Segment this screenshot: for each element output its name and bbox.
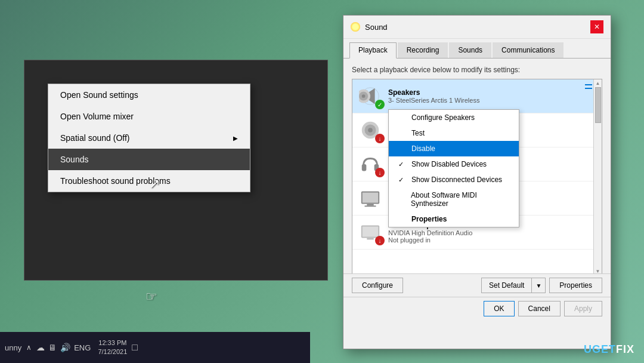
ok-button[interactable]: OK xyxy=(484,301,514,316)
cancel-button[interactable]: Cancel xyxy=(518,301,561,316)
context-menu-item-spatial-sound[interactable]: Spatial sound (Off) ▶ xyxy=(48,127,250,149)
ctx-show-disconnected[interactable]: ✓ Show Disconnected Devices xyxy=(389,172,519,187)
scrollbar-up-arrow[interactable]: ▲ xyxy=(596,81,600,86)
svg-point-8 xyxy=(368,128,373,133)
taskbar-system-icons: ☁ 🖥 🔊 ENG xyxy=(36,343,93,352)
watermark: UGETFIX xyxy=(584,343,634,356)
ctx-check-show-disconnected: ✓ xyxy=(398,176,407,184)
taskbar-time: 12:33 PM 7/12/2021 xyxy=(98,339,127,357)
volume-icon[interactable]: 🔊 xyxy=(60,343,70,352)
tv-icon xyxy=(358,186,382,210)
dialog-bottom: Configure Set Default ▼ Properties OK Ca… xyxy=(343,273,611,320)
device-detail2-nvidia: Not plugged in xyxy=(388,236,596,244)
ctx-configure-speakers[interactable]: Configure Speakers xyxy=(389,110,519,125)
context-menu-item-open-sound-settings[interactable]: Open Sound settings xyxy=(48,84,250,106)
device-detail-nvidia: NVIDIA High Definition Audio xyxy=(388,229,596,236)
device-list[interactable]: Speakers 3- SteelSeries Arctis 1 Wireles… xyxy=(352,79,602,276)
svg-rect-9 xyxy=(362,164,367,171)
taskbar-context-menu: Open Sound settings Open Volume mixer Sp… xyxy=(48,84,250,192)
taskbar-user-label: unny xyxy=(5,343,21,352)
device-list-scrollbar[interactable]: ▲ ▼ xyxy=(593,79,602,275)
dialog-subtitle: Select a playback device below to modify… xyxy=(352,66,602,74)
notification-icon[interactable]: □ xyxy=(132,342,138,353)
dialog-buttons-row2: OK Cancel Apply xyxy=(343,297,611,320)
chevron-up-icon: ∧ xyxy=(26,343,32,352)
device-badge-red-unnamed: ↓ xyxy=(375,134,385,143)
ctx-show-disabled[interactable]: ✓ Show Disabled Devices xyxy=(389,156,519,172)
dialog-title-text: Sound xyxy=(365,23,388,32)
submenu-arrow-icon: ▶ xyxy=(233,135,238,141)
tab-sounds[interactable]: Sounds xyxy=(449,42,491,58)
dialog-titlebar: Sound ✕ xyxy=(343,16,611,39)
tv-svg xyxy=(359,187,382,210)
watermark-text1: UGET xyxy=(584,343,616,355)
svg-rect-17 xyxy=(367,238,373,240)
ctx-test[interactable]: Test xyxy=(389,125,519,141)
properties-button[interactable]: Properties xyxy=(549,278,602,293)
context-menu-item-sounds[interactable]: Sounds xyxy=(48,149,250,170)
device-name-speakers: Speakers xyxy=(388,88,596,97)
dialog-tabs: Playback Recording Sounds Communications xyxy=(343,39,611,59)
sound-dialog: Sound ✕ Playback Recording Sounds Commun… xyxy=(343,15,611,349)
dialog-close-button[interactable]: ✕ xyxy=(590,20,603,33)
set-default-arrow-button[interactable]: ▼ xyxy=(531,278,546,293)
dialog-buttons-row1: Configure Set Default ▼ Properties xyxy=(343,273,611,297)
svg-rect-13 xyxy=(367,204,373,206)
cloud-icon: ☁ xyxy=(36,343,45,352)
device-item-speakers[interactable]: Speakers 3- SteelSeries Arctis 1 Wireles… xyxy=(352,79,602,113)
svg-point-5 xyxy=(362,94,366,98)
context-menu-item-open-volume-mixer[interactable]: Open Volume mixer xyxy=(48,106,250,127)
svg-rect-12 xyxy=(363,193,379,203)
set-default-button[interactable]: Set Default xyxy=(481,278,531,293)
cursor-arrow-volume: ☞ xyxy=(145,289,157,304)
device-info-speakers: Speakers 3- SteelSeries Arctis 1 Wireles… xyxy=(388,88,596,104)
scrollbar-thumb[interactable] xyxy=(595,87,601,123)
svg-rect-16 xyxy=(363,227,379,237)
device-badge-red-headphones: ↓ xyxy=(375,168,385,177)
network-icon: 🖥 xyxy=(48,343,57,352)
tab-playback[interactable]: Playback xyxy=(349,42,397,59)
device-badge-red-nvidia: ↓ xyxy=(375,236,385,245)
language-label: ENG xyxy=(74,343,91,352)
device-badge-green-speakers: ✓ xyxy=(375,100,385,109)
device-context-menu: Configure Speakers Test Disable ✓ Show D… xyxy=(388,109,519,227)
sound-dialog-icon xyxy=(351,22,360,32)
dialog-title: Sound xyxy=(351,22,388,32)
configure-button[interactable]: Configure xyxy=(352,278,403,293)
svg-rect-14 xyxy=(365,205,376,207)
device-volume-indicator xyxy=(585,84,592,89)
watermark-text2: FIX xyxy=(616,343,634,355)
ctx-properties[interactable]: Properties xyxy=(389,211,519,227)
taskbar: unny ∧ ☁ 🖥 🔊 ENG 12:33 PM 7/12/2021 □ xyxy=(0,332,310,363)
tab-recording[interactable]: Recording xyxy=(398,42,448,58)
set-default-split-button[interactable]: Set Default ▼ xyxy=(481,278,546,293)
tab-communications[interactable]: Communications xyxy=(493,42,564,58)
ctx-about-midi[interactable]: About Software MIDI Synthesizer xyxy=(389,187,519,211)
ctx-disable[interactable]: Disable xyxy=(389,141,519,156)
dialog-content: Select a playback device below to modify… xyxy=(343,59,611,320)
ctx-check-show-disabled: ✓ xyxy=(398,161,407,168)
device-detail-speakers: 3- SteelSeries Arctis 1 Wireless xyxy=(388,97,596,104)
context-menu-item-troubleshoot[interactable]: Troubleshoot sound problems xyxy=(48,170,250,192)
apply-button[interactable]: Apply xyxy=(564,301,602,316)
